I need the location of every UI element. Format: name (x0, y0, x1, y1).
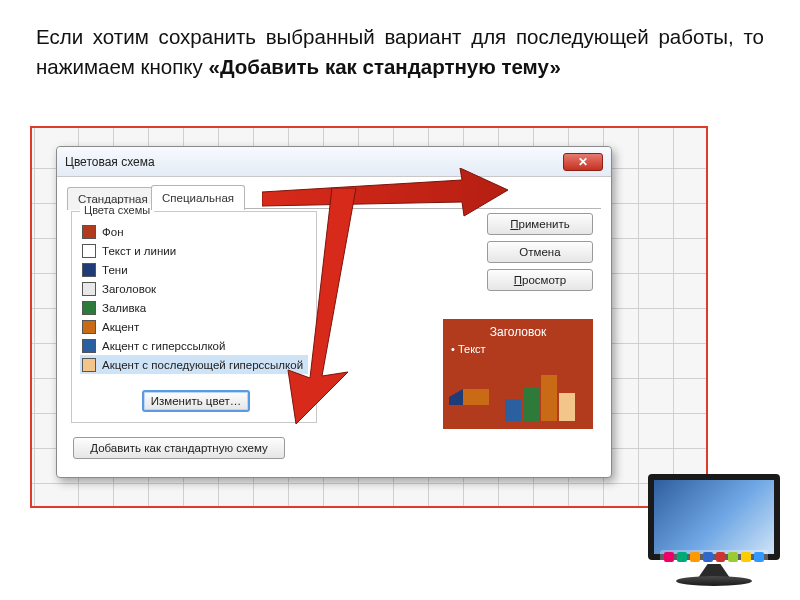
color-scheme-dialog: Цветовая схема ✕ Стандартная Специальная… (56, 146, 612, 478)
scheme-colors-label: Цвета схемы (80, 204, 154, 216)
add-theme-label: Добавить как стандартную схему (90, 442, 268, 454)
svg-marker-0 (449, 389, 463, 405)
preview-button[interactable]: Просмотр (487, 269, 593, 291)
color-label: Акцент с гиперссылкой (102, 340, 225, 352)
color-label: Акцент (102, 321, 139, 333)
svg-rect-3 (523, 387, 539, 421)
headline: Если хотим сохранить выбранный вариант д… (30, 22, 770, 81)
color-label: Заливка (102, 302, 146, 314)
swatch-icon (82, 320, 96, 334)
svg-rect-2 (505, 399, 521, 421)
color-row-fill[interactable]: Заливка (80, 298, 308, 317)
apply-button[interactable]: Применить (487, 213, 593, 235)
color-label: Акцент с последующей гиперссылкой (102, 359, 303, 371)
dialog-title: Цветовая схема (65, 155, 155, 169)
swatch-icon (82, 225, 96, 239)
close-icon: ✕ (578, 155, 588, 169)
preview-pane: Заголовок • Текст (443, 319, 593, 429)
color-row-title[interactable]: Заголовок (80, 279, 308, 298)
monitor-dock (660, 550, 768, 564)
tab-body: Цвета схемы Фон Текст и линии Тени (67, 209, 601, 467)
svg-rect-1 (463, 389, 489, 405)
color-label: Фон (102, 226, 124, 238)
monitor-base (676, 576, 752, 586)
cancel-label: Отмена (519, 246, 560, 258)
change-color-label: Изменить цвет… (151, 395, 241, 407)
screenshot-frame: Цветовая схема ✕ Стандартная Специальная… (30, 126, 708, 508)
preview-label: Просмотр (514, 274, 567, 286)
swatch-icon (82, 339, 96, 353)
swatch-icon (82, 301, 96, 315)
monitor-screen (648, 474, 780, 560)
headline-bold: «Добавить как стандартную тему» (209, 55, 561, 78)
scheme-colors-group: Цвета схемы Фон Текст и линии Тени (71, 211, 317, 423)
preview-chart-icon (449, 367, 587, 423)
svg-rect-4 (541, 375, 557, 421)
cancel-button[interactable]: Отмена (487, 241, 593, 263)
add-standard-theme-button[interactable]: Добавить как стандартную схему (73, 437, 285, 459)
preview-bullet: • Текст (451, 343, 585, 355)
dialog-side-buttons: Применить Отмена Просмотр (487, 213, 593, 291)
color-label: Текст и линии (102, 245, 176, 257)
swatch-icon (82, 244, 96, 258)
color-row-shadows[interactable]: Тени (80, 260, 308, 279)
color-label: Тени (102, 264, 128, 276)
dialog-titlebar: Цветовая схема ✕ (57, 147, 611, 177)
color-row-accent-followed-hyperlink[interactable]: Акцент с последующей гиперссылкой (80, 355, 308, 374)
close-button[interactable]: ✕ (563, 153, 603, 171)
color-row-accent[interactable]: Акцент (80, 317, 308, 336)
slide: Если хотим сохранить выбранный вариант д… (0, 0, 800, 600)
color-row-text-lines[interactable]: Текст и линии (80, 241, 308, 260)
color-row-accent-hyperlink[interactable]: Акцент с гиперссылкой (80, 336, 308, 355)
swatch-icon (82, 282, 96, 296)
apply-label: Применить (510, 218, 569, 230)
svg-rect-5 (559, 393, 575, 421)
swatch-icon (82, 358, 96, 372)
preview-title: Заголовок (451, 325, 585, 339)
change-color-button[interactable]: Изменить цвет… (142, 390, 250, 412)
tab-special-label: Специальная (162, 192, 234, 204)
color-label: Заголовок (102, 283, 156, 295)
tab-special[interactable]: Специальная (151, 185, 245, 210)
color-row-background[interactable]: Фон (80, 222, 308, 241)
monitor-graphic (642, 474, 786, 594)
swatch-icon (82, 263, 96, 277)
color-list: Фон Текст и линии Тени Заголовок (80, 222, 308, 374)
